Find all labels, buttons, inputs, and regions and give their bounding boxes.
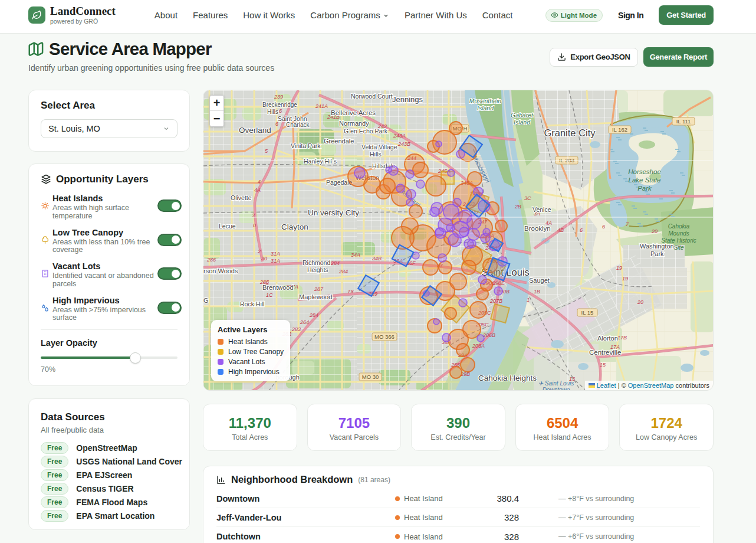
svg-text:19: 19 xyxy=(622,276,628,282)
svg-text:Olivette: Olivette xyxy=(231,194,252,201)
svg-text:Cahokia Heights: Cahokia Heights xyxy=(478,374,537,382)
svg-text:State Historic: State Historic xyxy=(661,237,696,244)
svg-text:286: 286 xyxy=(206,257,216,263)
svg-text:Lecue: Lecue xyxy=(219,223,236,230)
svg-text:IL 162: IL 162 xyxy=(612,126,627,133)
svg-text:1B: 1B xyxy=(534,289,540,295)
svg-text:206A: 206A xyxy=(472,343,485,349)
svg-text:284: 284 xyxy=(338,269,348,274)
svg-text:Breckenridge: Breckenridge xyxy=(262,102,297,108)
svg-text:Normandy: Normandy xyxy=(339,120,369,127)
svg-text:Velda Village: Velda Village xyxy=(361,143,397,151)
svg-text:6: 6 xyxy=(279,108,282,114)
svg-text:2: 2 xyxy=(257,248,261,254)
svg-text:20: 20 xyxy=(637,299,643,305)
svg-text:Brentwood: Brentwood xyxy=(262,284,294,291)
svg-text:20: 20 xyxy=(651,228,658,234)
svg-text:IL 111: IL 111 xyxy=(676,118,691,125)
svg-text:✈ Saint Louis: ✈ Saint Louis xyxy=(538,380,574,387)
svg-text:1C: 1C xyxy=(266,292,273,298)
svg-text:31A: 31A xyxy=(271,258,280,264)
svg-text:Richmond: Richmond xyxy=(303,259,330,266)
svg-text:287: 287 xyxy=(314,286,324,292)
svg-text:Mounds: Mounds xyxy=(668,230,689,237)
svg-text:Jennings: Jennings xyxy=(392,95,423,104)
svg-text:Downtown: Downtown xyxy=(543,387,570,391)
svg-text:34A: 34A xyxy=(351,252,360,258)
svg-text:Lake State: Lake State xyxy=(629,176,661,184)
svg-text:239: 239 xyxy=(274,94,283,100)
svg-text:284: 284 xyxy=(309,312,318,318)
svg-text:243A: 243A xyxy=(393,133,406,139)
svg-text:Park: Park xyxy=(637,185,652,192)
svg-text:Hills: Hills xyxy=(370,151,382,158)
svg-text:Norwood Court: Norwood Court xyxy=(351,93,393,100)
svg-text:30: 30 xyxy=(261,256,267,261)
svg-text:284: 284 xyxy=(330,260,340,266)
svg-text:Gabaret: Gabaret xyxy=(511,112,534,119)
svg-text:Hanley Hil s: Hanley Hil s xyxy=(304,158,337,165)
svg-text:G: G xyxy=(203,297,209,304)
svg-text:19: 19 xyxy=(616,265,622,271)
svg-text:2B: 2B xyxy=(514,204,521,210)
svg-text:Cahokia: Cahokia xyxy=(668,223,690,230)
svg-text:MO 366: MO 366 xyxy=(374,333,395,340)
svg-text:Vinita Park: Vinita Park xyxy=(291,142,321,149)
svg-text:Granite City: Granite City xyxy=(544,127,596,138)
svg-text:Sauget: Sauget xyxy=(529,277,550,284)
svg-text:Island: Island xyxy=(477,104,494,112)
svg-text:6: 6 xyxy=(580,227,583,233)
svg-text:Overland: Overland xyxy=(239,126,271,135)
svg-text:4: 4 xyxy=(258,179,261,185)
svg-text:Horseshoe: Horseshoe xyxy=(628,168,661,175)
svg-text:241A: 241A xyxy=(315,103,328,109)
svg-text:Bellerive Acres: Bellerive Acres xyxy=(331,109,376,116)
svg-text:Heights: Heights xyxy=(307,266,328,273)
svg-text:6: 6 xyxy=(602,224,605,230)
svg-text:1: 1 xyxy=(527,297,530,303)
svg-text:Charlack: Charlack xyxy=(286,122,310,128)
svg-text:Un versity City: Un versity City xyxy=(308,208,359,217)
svg-text:Centreville: Centreville xyxy=(589,349,621,356)
svg-text:IL 15: IL 15 xyxy=(581,309,594,316)
svg-text:Greendale: Greendale xyxy=(324,138,354,145)
svg-text:31A: 31A xyxy=(271,251,280,257)
svg-text:4A: 4A xyxy=(254,187,261,193)
svg-text:Venice: Venice xyxy=(533,206,551,213)
svg-text:Island: Island xyxy=(514,119,531,126)
svg-text:3C: 3C xyxy=(524,195,531,201)
svg-text:17B: 17B xyxy=(617,335,627,341)
svg-text:G en Echo Park: G en Echo Park xyxy=(344,127,388,135)
svg-text:4B: 4B xyxy=(557,227,564,233)
svg-text:rson Woods: rson Woods xyxy=(203,267,238,274)
svg-text:MO 30: MO 30 xyxy=(362,374,379,380)
svg-text:Hills: Hills xyxy=(267,109,278,115)
svg-text:Brooklyn: Brooklyn xyxy=(524,225,551,232)
svg-text:207B: 207B xyxy=(489,298,502,304)
svg-text:Clayton: Clayton xyxy=(281,223,308,231)
svg-text:Alorton: Alorton xyxy=(597,335,618,342)
svg-text:Park: Park xyxy=(650,250,664,257)
svg-text:264: 264 xyxy=(300,319,309,325)
svg-text:243B: 243B xyxy=(397,141,410,147)
svg-text:Maplewood: Maplewood xyxy=(299,293,332,300)
svg-text:7X: 7X xyxy=(347,289,354,295)
svg-text:Mosenthein: Mosenthein xyxy=(469,97,501,104)
svg-text:283: 283 xyxy=(291,326,301,332)
svg-text:34B: 34B xyxy=(372,256,382,261)
svg-text:15: 15 xyxy=(600,362,606,368)
svg-text:Rock Hill: Rock Hill xyxy=(240,300,264,308)
svg-text:Site: Site xyxy=(673,244,684,251)
svg-text:0: 0 xyxy=(253,223,256,228)
